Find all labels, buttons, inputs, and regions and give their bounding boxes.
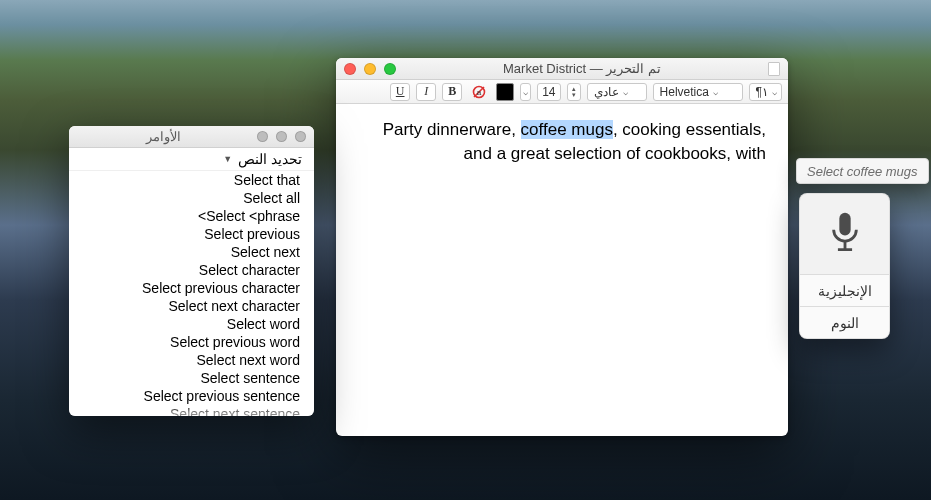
zoom-icon[interactable] — [384, 63, 396, 75]
font-size-stepper[interactable]: ▴▾ — [567, 83, 581, 101]
command-item[interactable]: Select previous — [69, 225, 314, 243]
dictation-panel[interactable]: الإنجليزية النوم — [799, 193, 890, 339]
commands-section-label: تحديد النص — [238, 151, 302, 167]
command-item[interactable]: Select sentence — [69, 369, 314, 387]
command-item[interactable]: Select character — [69, 261, 314, 279]
dictation-language-button[interactable]: الإنجليزية — [800, 274, 889, 306]
body-text-before: Party dinnerware, — [383, 120, 521, 139]
chevron-down-icon: ⌵ — [772, 87, 777, 97]
command-item[interactable]: Select all — [69, 189, 314, 207]
format-toolbar: ¶١ ⌵ Helvetica ⌵ عادي ⌵ ▴▾ 14 ⌵ a B I U — [336, 80, 788, 104]
dictation-feedback-bubble: Select coffee mugs — [796, 158, 929, 184]
command-item[interactable]: Select that — [69, 171, 314, 189]
font-weight-label: عادي — [594, 85, 619, 99]
underline-button[interactable]: U — [390, 83, 410, 101]
command-item[interactable]: Select previous character — [69, 279, 314, 297]
dictation-feedback-text: Select coffee mugs — [807, 164, 918, 179]
window-title: Market District — تم التحرير — [404, 61, 760, 76]
minimize-icon[interactable] — [276, 131, 287, 142]
font-family-select[interactable]: Helvetica ⌵ — [653, 83, 743, 101]
svg-rect-3 — [839, 213, 850, 236]
command-item[interactable]: Select previous word — [69, 333, 314, 351]
font-weight-select[interactable]: عادي ⌵ — [587, 83, 647, 101]
commands-section-header[interactable]: ▼ تحديد النص — [69, 148, 314, 171]
minimize-icon[interactable] — [364, 63, 376, 75]
command-item[interactable]: Select next — [69, 243, 314, 261]
zoom-icon[interactable] — [295, 131, 306, 142]
command-item[interactable]: <Select <phrase — [69, 207, 314, 225]
command-item[interactable]: Select word — [69, 315, 314, 333]
italic-button[interactable]: I — [416, 83, 436, 101]
paragraph-direction-button[interactable]: ¶١ ⌵ — [749, 83, 782, 101]
editor-titlebar[interactable]: Market District — تم التحرير — [336, 58, 788, 80]
bold-button[interactable]: B — [442, 83, 462, 101]
commands-titlebar[interactable]: الأوامر — [69, 126, 314, 148]
commands-panel: الأوامر ▼ تحديد النص Select that Select … — [69, 126, 314, 416]
command-item[interactable]: Select next character — [69, 297, 314, 315]
commands-list: Select that Select all <Select <phrase S… — [69, 171, 314, 416]
traffic-lights[interactable] — [344, 63, 396, 75]
text-color-well[interactable] — [496, 83, 514, 101]
document-icon — [768, 62, 780, 76]
close-icon[interactable] — [344, 63, 356, 75]
chevron-down-icon: ⌵ — [623, 87, 628, 97]
font-size-dropdown[interactable]: ⌵ — [520, 83, 531, 101]
text-editor-window: Market District — تم التحرير ¶١ ⌵ Helvet… — [336, 58, 788, 436]
disclosure-triangle-icon[interactable]: ▼ — [223, 154, 232, 164]
command-item[interactable]: Select next word — [69, 351, 314, 369]
command-item[interactable]: Select previous sentence — [69, 387, 314, 405]
paragraph-direction-label: ¶١ — [756, 85, 768, 99]
chevron-down-icon: ⌵ — [523, 87, 528, 97]
strikethrough-button[interactable]: a — [468, 83, 490, 101]
commands-title: الأوامر — [77, 129, 249, 144]
traffic-lights[interactable] — [257, 131, 306, 142]
editor-text-area[interactable]: Party dinnerware, coffee mugs, cooking e… — [336, 104, 788, 436]
dictation-state-button[interactable]: النوم — [800, 306, 889, 338]
chevron-down-icon: ⌵ — [713, 87, 718, 97]
font-size-field[interactable]: 14 — [537, 83, 560, 101]
body-text-selection: coffee mugs — [521, 120, 613, 139]
font-family-label: Helvetica — [660, 85, 709, 99]
svg-text:a: a — [477, 88, 482, 97]
microphone-icon[interactable] — [800, 194, 889, 274]
close-icon[interactable] — [257, 131, 268, 142]
